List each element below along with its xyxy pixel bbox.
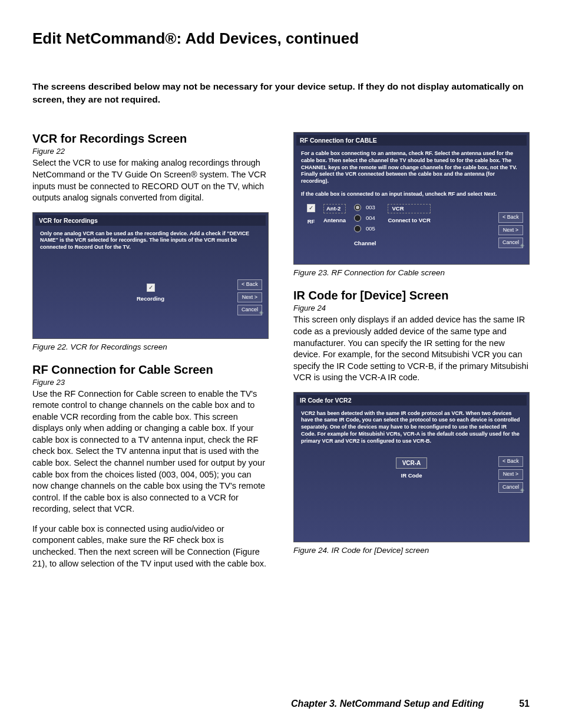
rf-connection-heading: RF Connection for Cable Screen	[32, 363, 269, 377]
rf-connection-para1: Use the RF Connection for Cable screen t…	[32, 388, 269, 515]
figure-24-ref: Figure 24	[293, 304, 530, 312]
back-button[interactable]: < Back	[498, 212, 523, 223]
figure-23-screenshot: RF Connection for CABLE For a cable box …	[293, 132, 530, 265]
figure-24-screenshot: IR Code for VCR2 VCR2 has been detected …	[293, 392, 530, 542]
rf-label: RF	[308, 218, 315, 225]
back-button[interactable]: < Back	[498, 456, 523, 467]
antenna-label: Antenna	[323, 217, 346, 224]
recording-label: Recording	[137, 295, 164, 302]
vcr-recordings-heading: VCR for Recordings Screen	[32, 132, 269, 146]
ch003-label: 003	[366, 204, 375, 211]
ant2-option[interactable]: Ant-2	[323, 204, 346, 213]
fig23-title: RF Connection for CABLE	[296, 135, 527, 146]
ir-code-para: This screen only displays if an added de…	[293, 314, 530, 383]
figure-23-caption: Figure 23. RF Connection for Cable scree…	[293, 268, 530, 277]
ch004-radio[interactable]	[354, 215, 361, 222]
back-button[interactable]: < Back	[237, 279, 262, 290]
cancel-button[interactable]: Cancel	[498, 238, 523, 248]
fig24-instructions: VCR2 has been detected with the same IR …	[301, 410, 522, 444]
ir-code-label: IR Code	[401, 472, 422, 479]
ch005-radio[interactable]	[354, 225, 361, 232]
figure-22-caption: Figure 22. VCR for Recordings screen	[32, 342, 269, 351]
figure-22-screenshot: VCR for Recordings Only one analog VCR c…	[32, 212, 269, 339]
page-footer: Chapter 3. NetCommand Setup and Editing …	[0, 699, 562, 709]
cancel-button[interactable]: Cancel	[498, 482, 523, 493]
cancel-button[interactable]: Cancel	[237, 305, 262, 315]
next-button[interactable]: Next >	[498, 469, 523, 480]
vcr-option[interactable]: VCR	[388, 204, 430, 213]
connect-vcr-label: Connect to VCR	[388, 217, 430, 224]
next-button[interactable]: Next >	[237, 292, 262, 303]
ir-code-select[interactable]: VCR-A	[396, 457, 428, 469]
chapter-label: Chapter 3. NetCommand Setup and Editing	[291, 699, 484, 709]
vcr-recordings-para: Select the VCR to use for making analog …	[32, 157, 269, 203]
diamond-icon: ◈	[520, 487, 524, 494]
ch005-label: 005	[366, 225, 375, 232]
rf-checkbox[interactable]: ✓	[307, 204, 315, 212]
rf-connection-para2: If your cable box is connected using aud…	[32, 523, 269, 569]
fig22-title: VCR for Recordings	[35, 215, 266, 226]
next-button[interactable]: Next >	[498, 225, 523, 236]
figure-23-ref: Figure 23	[32, 378, 269, 387]
fig22-instructions: Only one analog VCR can be used as the r…	[40, 230, 261, 251]
page-number: 51	[519, 699, 530, 709]
fig23-instr2: If the cable box is connected to an inpu…	[301, 191, 522, 198]
channel-label: Channel	[354, 240, 376, 247]
fig23-instr1: For a cable box connecting to an antenna…	[301, 150, 522, 185]
intro-text: The screens described below may not be n…	[32, 80, 530, 106]
ir-code-heading: IR Code for [Device] Screen	[293, 289, 530, 302]
ch003-radio[interactable]	[354, 204, 361, 211]
diamond-icon: ◈	[259, 309, 263, 317]
left-column: VCR for Recordings Screen Figure 22 Sele…	[32, 132, 269, 578]
recording-checkbox[interactable]: ✓	[147, 284, 155, 292]
right-column: RF Connection for CABLE For a cable box …	[293, 132, 530, 578]
fig24-title: IR Code for VCR2	[296, 395, 527, 406]
page-title: Edit NetCommand®: Add Devices, continued	[32, 29, 530, 48]
figure-24-caption: Figure 24. IR Code for [Device] screen	[293, 546, 530, 555]
diamond-icon: ◈	[520, 242, 524, 249]
ch004-label: 004	[366, 215, 375, 222]
figure-22-ref: Figure 22	[32, 147, 269, 156]
